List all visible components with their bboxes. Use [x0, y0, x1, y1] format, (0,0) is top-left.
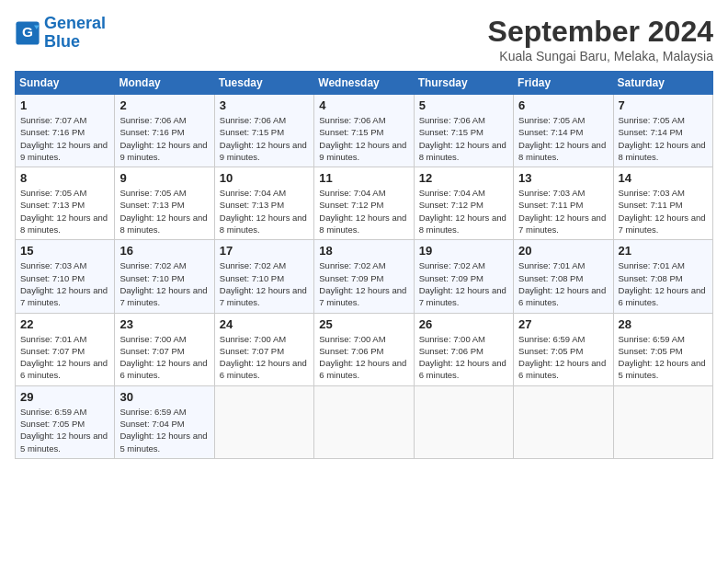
day-number: 30 — [119, 390, 209, 404]
day-detail: Sunrise: 7:05 AMSunset: 7:14 PMDaylight:… — [518, 114, 608, 163]
day-number: 29 — [20, 390, 109, 404]
calendar-cell: 9 Sunrise: 7:05 AMSunset: 7:13 PMDayligh… — [115, 167, 214, 240]
calendar-header-row: SundayMondayTuesdayWednesdayThursdayFrid… — [16, 72, 713, 95]
calendar-cell: 7 Sunrise: 7:05 AMSunset: 7:14 PMDayligh… — [613, 95, 712, 167]
day-number: 1 — [20, 98, 109, 112]
logo-line1: General — [44, 14, 106, 32]
day-number: 20 — [518, 244, 608, 258]
calendar-cell: 5 Sunrise: 7:06 AMSunset: 7:15 PMDayligh… — [414, 95, 513, 167]
day-number: 25 — [319, 317, 408, 331]
calendar-cell — [613, 385, 712, 458]
calendar-cell: 17 Sunrise: 7:02 AMSunset: 7:10 PMDaylig… — [214, 240, 313, 313]
calendar-cell: 25 Sunrise: 7:00 AMSunset: 7:06 PMDaylig… — [314, 313, 414, 385]
day-detail: Sunrise: 7:02 AMSunset: 7:09 PMDaylight:… — [419, 259, 508, 308]
calendar-week-row: 29 Sunrise: 6:59 AMSunset: 7:05 PMDaylig… — [16, 385, 713, 458]
weekday-header: Friday — [514, 72, 613, 95]
calendar-cell: 28 Sunrise: 6:59 AMSunset: 7:05 PMDaylig… — [613, 313, 712, 385]
day-number: 5 — [419, 98, 508, 112]
day-number: 7 — [619, 98, 708, 112]
weekday-header: Saturday — [613, 72, 712, 95]
calendar-cell: 1 Sunrise: 7:07 AMSunset: 7:16 PMDayligh… — [16, 95, 115, 167]
calendar-cell: 13 Sunrise: 7:03 AMSunset: 7:11 PMDaylig… — [514, 167, 613, 240]
calendar-cell: 6 Sunrise: 7:05 AMSunset: 7:14 PMDayligh… — [514, 95, 613, 167]
day-detail: Sunrise: 6:59 AMSunset: 7:05 PMDaylight:… — [518, 333, 608, 382]
page-header: G General Blue September 2024 Kuala Sung… — [15, 15, 713, 63]
calendar-cell: 29 Sunrise: 6:59 AMSunset: 7:05 PMDaylig… — [16, 385, 115, 458]
day-detail: Sunrise: 7:06 AMSunset: 7:16 PMDaylight:… — [119, 114, 209, 163]
day-number: 21 — [619, 244, 708, 258]
calendar-cell: 2 Sunrise: 7:06 AMSunset: 7:16 PMDayligh… — [115, 95, 214, 167]
calendar-cell: 20 Sunrise: 7:01 AMSunset: 7:08 PMDaylig… — [514, 240, 613, 313]
day-detail: Sunrise: 7:06 AMSunset: 7:15 PMDaylight:… — [419, 114, 508, 163]
calendar-week-row: 8 Sunrise: 7:05 AMSunset: 7:13 PMDayligh… — [16, 167, 713, 240]
day-detail: Sunrise: 7:07 AMSunset: 7:16 PMDaylight:… — [20, 114, 109, 163]
day-detail: Sunrise: 6:59 AMSunset: 7:05 PMDaylight:… — [619, 333, 708, 382]
day-detail: Sunrise: 7:02 AMSunset: 7:10 PMDaylight:… — [119, 259, 209, 308]
day-number: 3 — [220, 98, 309, 112]
logo-line2: Blue — [44, 32, 80, 51]
day-number: 16 — [119, 244, 209, 258]
calendar-cell: 30 Sunrise: 6:59 AMSunset: 7:04 PMDaylig… — [115, 385, 214, 458]
day-number: 11 — [319, 171, 408, 185]
calendar-cell: 19 Sunrise: 7:02 AMSunset: 7:09 PMDaylig… — [414, 240, 513, 313]
calendar-week-row: 22 Sunrise: 7:01 AMSunset: 7:07 PMDaylig… — [16, 313, 713, 385]
calendar-cell: 10 Sunrise: 7:04 AMSunset: 7:13 PMDaylig… — [214, 167, 313, 240]
day-detail: Sunrise: 7:02 AMSunset: 7:09 PMDaylight:… — [319, 259, 408, 308]
day-detail: Sunrise: 7:01 AMSunset: 7:08 PMDaylight:… — [619, 259, 708, 308]
calendar-cell: 23 Sunrise: 7:00 AMSunset: 7:07 PMDaylig… — [115, 313, 214, 385]
day-number: 8 — [20, 171, 109, 185]
svg-text:G: G — [22, 24, 33, 40]
day-number: 19 — [419, 244, 508, 258]
calendar-cell — [414, 385, 513, 458]
day-detail: Sunrise: 7:04 AMSunset: 7:12 PMDaylight:… — [319, 187, 408, 236]
logo: G General Blue — [15, 15, 106, 52]
weekday-header: Sunday — [16, 72, 115, 95]
day-detail: Sunrise: 7:05 AMSunset: 7:14 PMDaylight:… — [619, 114, 708, 163]
day-number: 17 — [220, 244, 309, 258]
day-detail: Sunrise: 7:06 AMSunset: 7:15 PMDaylight:… — [220, 114, 309, 163]
day-detail: Sunrise: 6:59 AMSunset: 7:05 PMDaylight:… — [20, 406, 109, 454]
day-number: 26 — [419, 317, 508, 331]
weekday-header: Tuesday — [214, 72, 313, 95]
calendar-cell: 22 Sunrise: 7:01 AMSunset: 7:07 PMDaylig… — [16, 313, 115, 385]
day-detail: Sunrise: 7:01 AMSunset: 7:07 PMDaylight:… — [20, 333, 109, 382]
day-number: 24 — [220, 317, 309, 331]
day-number: 18 — [319, 244, 408, 258]
day-detail: Sunrise: 7:03 AMSunset: 7:11 PMDaylight:… — [518, 187, 608, 236]
calendar-cell: 4 Sunrise: 7:06 AMSunset: 7:15 PMDayligh… — [314, 95, 414, 167]
day-detail: Sunrise: 7:03 AMSunset: 7:11 PMDaylight:… — [619, 187, 708, 236]
day-number: 2 — [119, 98, 209, 112]
calendar-cell: 24 Sunrise: 7:00 AMSunset: 7:07 PMDaylig… — [214, 313, 313, 385]
day-number: 4 — [319, 98, 408, 112]
day-number: 27 — [518, 317, 608, 331]
weekday-header: Wednesday — [314, 72, 414, 95]
logo-text: General Blue — [44, 15, 106, 52]
day-number: 12 — [419, 171, 508, 185]
calendar-body: 1 Sunrise: 7:07 AMSunset: 7:16 PMDayligh… — [16, 95, 713, 459]
calendar-cell: 11 Sunrise: 7:04 AMSunset: 7:12 PMDaylig… — [314, 167, 414, 240]
calendar-cell — [314, 385, 414, 458]
weekday-header: Thursday — [414, 72, 513, 95]
day-number: 6 — [518, 98, 608, 112]
calendar-cell: 8 Sunrise: 7:05 AMSunset: 7:13 PMDayligh… — [16, 167, 115, 240]
calendar-cell: 16 Sunrise: 7:02 AMSunset: 7:10 PMDaylig… — [115, 240, 214, 313]
day-number: 13 — [518, 171, 608, 185]
day-detail: Sunrise: 7:03 AMSunset: 7:10 PMDaylight:… — [20, 259, 109, 308]
day-number: 9 — [119, 171, 209, 185]
day-detail: Sunrise: 7:02 AMSunset: 7:10 PMDaylight:… — [220, 259, 309, 308]
day-detail: Sunrise: 7:00 AMSunset: 7:07 PMDaylight:… — [220, 333, 309, 382]
calendar-cell: 18 Sunrise: 7:02 AMSunset: 7:09 PMDaylig… — [314, 240, 414, 313]
calendar-week-row: 15 Sunrise: 7:03 AMSunset: 7:10 PMDaylig… — [16, 240, 713, 313]
calendar-cell: 21 Sunrise: 7:01 AMSunset: 7:08 PMDaylig… — [613, 240, 712, 313]
day-detail: Sunrise: 7:00 AMSunset: 7:06 PMDaylight:… — [419, 333, 508, 382]
title-area: September 2024 Kuala Sungai Baru, Melaka… — [488, 15, 713, 63]
day-detail: Sunrise: 7:04 AMSunset: 7:12 PMDaylight:… — [419, 187, 508, 236]
calendar-cell — [214, 385, 313, 458]
day-detail: Sunrise: 7:05 AMSunset: 7:13 PMDaylight:… — [20, 187, 109, 236]
calendar-cell: 12 Sunrise: 7:04 AMSunset: 7:12 PMDaylig… — [414, 167, 513, 240]
calendar-cell: 26 Sunrise: 7:00 AMSunset: 7:06 PMDaylig… — [414, 313, 513, 385]
day-number: 28 — [619, 317, 708, 331]
calendar-cell: 15 Sunrise: 7:03 AMSunset: 7:10 PMDaylig… — [16, 240, 115, 313]
day-number: 23 — [119, 317, 209, 331]
calendar-cell: 3 Sunrise: 7:06 AMSunset: 7:15 PMDayligh… — [214, 95, 313, 167]
